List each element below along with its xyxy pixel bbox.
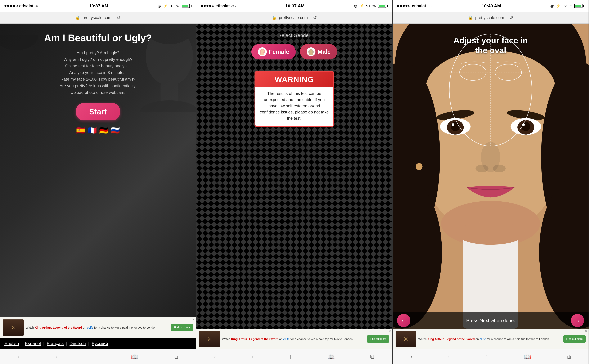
signal-dots-2 <box>201 5 214 7</box>
start-button[interactable]: Start <box>76 103 120 120</box>
back-arrow-button[interactable]: ← <box>397 314 410 327</box>
status-right-2: @ ⚡ 91 % <box>354 4 388 8</box>
ad-find-btn-2[interactable]: Find out more <box>367 335 389 343</box>
content-area-3: Adjust your face in the oval ← Press Nex… <box>393 24 589 329</box>
select-gender-label: Select Gender <box>278 32 310 38</box>
battery-fill-2 <box>379 5 385 7</box>
lang-footer: English | Español | Français | Deutsch |… <box>0 338 196 349</box>
lang-francais[interactable]: Français <box>47 341 64 346</box>
nav-tabs-1[interactable]: ⧉ <box>171 352 181 362</box>
bluetooth-icon-2: ⚡ <box>360 4 364 8</box>
female-face-icon <box>259 49 265 55</box>
flag-germany: 🇩🇪 <box>99 126 108 135</box>
bottom-nav-1: ‹ › ↑ 📖 ⧉ <box>0 349 196 364</box>
lang-english[interactable]: English <box>4 341 19 346</box>
dot-2-1 <box>201 5 203 7</box>
panel-3: etisalat 3G 10:40 AM @ ⚡ 92 % 🔒 prettysc… <box>393 0 589 364</box>
svg-point-11 <box>310 49 312 53</box>
ad-content-3: Watch King Arthur: Legend of the Sword o… <box>418 337 561 341</box>
warning-header: WARNING <box>255 72 333 87</box>
female-gender-button[interactable]: Female <box>252 44 296 59</box>
network-1: 3G <box>35 4 40 8</box>
network-3: 3G <box>427 4 432 8</box>
nav-share-1[interactable]: ↑ <box>90 352 98 362</box>
panel-2: etisalat 3G 10:37 AM @ ⚡ 91 % 🔒 prettysc… <box>196 0 393 364</box>
warning-body: The results of this test can be unexpect… <box>255 87 333 121</box>
lang-russian[interactable]: Русский <box>92 341 108 346</box>
battery-fill-3 <box>575 5 581 7</box>
address-bar-1[interactable]: 🔒 prettyscale.com ↺ <box>0 12 196 24</box>
dot-3-4 <box>405 5 408 7</box>
address-bar-3[interactable]: 🔒 prettyscale.com ↺ <box>393 12 589 24</box>
male-face-icon <box>308 49 314 55</box>
location-icon-1: @ <box>158 4 161 8</box>
nav-bookmarks-1[interactable]: 📖 <box>128 352 141 362</box>
female-label: Female <box>269 49 289 55</box>
signal-percent-1: 91 <box>170 4 174 8</box>
male-label: Male <box>317 49 331 55</box>
dot-2-2 <box>204 5 206 7</box>
carrier-2: etisalat <box>216 4 230 8</box>
nav-forward-2[interactable]: › <box>249 352 256 362</box>
lang-sep-4: | <box>88 341 89 346</box>
nav-back-1[interactable]: ‹ <box>15 352 23 362</box>
ad-find-btn-3[interactable]: Find out more <box>563 335 586 343</box>
dot-2-4 <box>209 5 211 7</box>
refresh-icon-2[interactable]: ↺ <box>313 15 317 20</box>
next-arrow-button[interactable]: → <box>571 314 584 327</box>
refresh-icon-3[interactable]: ↺ <box>510 15 513 20</box>
battery-body-2 <box>378 4 386 8</box>
nav-forward-3[interactable]: › <box>445 352 453 362</box>
dot-2-5 <box>212 5 214 7</box>
battery-3 <box>574 4 584 8</box>
lock-icon-2: 🔒 <box>272 15 277 20</box>
ad-banner-2: ⚔ Watch King Arthur: Legend of the Sword… <box>196 329 392 349</box>
content-area-1: Am I Beautiful or Ugly? Am I pretty? Am … <box>0 24 196 338</box>
ad-content-2: Watch King Arthur: Legend of the Sword o… <box>222 337 365 341</box>
gender-buttons: Female Male <box>252 44 337 59</box>
nav-bookmarks-3[interactable]: 📖 <box>521 352 534 362</box>
back-arrow-icon: ← <box>401 317 407 324</box>
nav-forward-1[interactable]: › <box>52 352 60 362</box>
battery-fill-1 <box>182 5 188 7</box>
dot3 <box>10 5 12 7</box>
battery-body-1 <box>182 4 190 8</box>
status-left-2: etisalat 3G <box>201 4 236 8</box>
panel1-content: Am I Beautiful or Ugly? Am I pretty? Am … <box>0 24 196 281</box>
lang-espanol[interactable]: Español <box>25 341 41 346</box>
lock-icon-1: 🔒 <box>75 15 80 20</box>
refresh-icon-1[interactable]: ↺ <box>117 15 120 20</box>
ad-close-1[interactable]: ✕ <box>192 318 195 321</box>
ad-close-2[interactable]: ✕ <box>388 329 391 333</box>
battery-2 <box>378 4 388 8</box>
url-1: prettyscale.com <box>83 15 111 20</box>
nav-back-3[interactable]: ‹ <box>408 352 415 362</box>
signal-percent-sym-3: % <box>569 4 572 8</box>
nav-tabs-2[interactable]: ⧉ <box>367 352 377 362</box>
warning-title: WARNING <box>258 75 330 84</box>
lang-deutsch[interactable]: Deutsch <box>70 341 86 346</box>
status-left-1: etisalat 3G <box>4 4 40 8</box>
bottom-nav-3: ‹ › ↑ 📖 ⧉ <box>393 349 589 364</box>
nav-back-2[interactable]: ‹ <box>211 352 219 362</box>
nav-tabs-3[interactable]: ⧉ <box>564 352 574 362</box>
male-icon <box>307 47 316 56</box>
nav-share-3[interactable]: ↑ <box>482 352 491 362</box>
address-bar-2[interactable]: 🔒 prettyscale.com ↺ <box>196 12 392 24</box>
carrier-3: etisalat <box>412 4 426 8</box>
svg-point-35 <box>416 163 423 170</box>
next-arrow-icon: → <box>574 317 581 324</box>
nav-share-2[interactable]: ↑ <box>286 352 295 362</box>
ad-text-2: Watch King Arthur: Legend of the Sword o… <box>222 337 365 341</box>
ad-close-3[interactable]: ✕ <box>585 329 587 333</box>
female-icon <box>258 47 267 56</box>
battery-tip-2 <box>387 5 388 7</box>
url-3: prettyscale.com <box>475 15 504 20</box>
ad-image-2: ⚔ <box>199 331 220 347</box>
ad-find-btn-1[interactable]: Find out more <box>171 324 193 331</box>
nav-bookmarks-2[interactable]: 📖 <box>324 352 338 362</box>
ad-banner-3: ⚔ Watch King Arthur: Legend of the Sword… <box>393 329 589 349</box>
battery-1 <box>182 4 192 8</box>
male-gender-button[interactable]: Male <box>300 44 337 59</box>
signal-percent-3: 92 <box>563 4 567 8</box>
